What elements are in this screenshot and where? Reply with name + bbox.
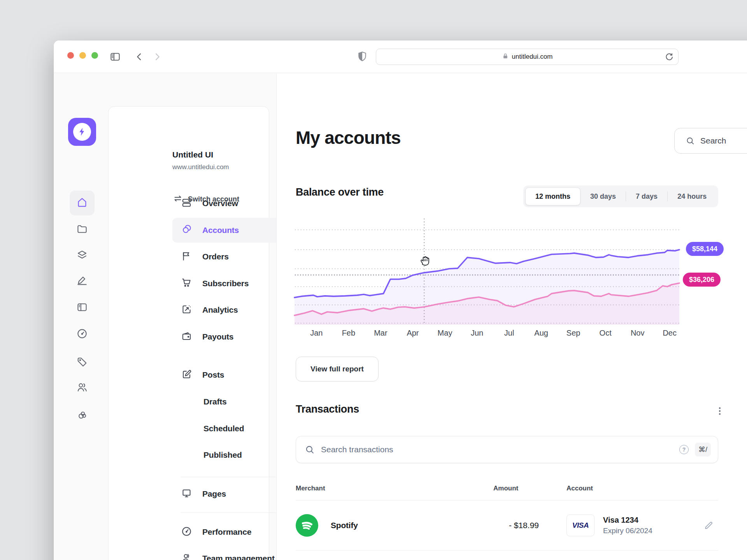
tag-icon [76,356,88,369]
accounts-icon [181,224,192,236]
search-icon [686,136,695,145]
transactions-table: MerchantAmountAccountSpotify- $18.99VISA… [296,476,718,560]
analytics-icon [181,304,192,317]
posts-icon [181,369,192,382]
grab-hand-cursor [417,254,432,269]
balance-over-time-heading: Balance over time [296,186,384,198]
sidebar-item-label: Analytics [202,305,238,315]
global-search-label: Search [700,136,726,145]
back-icon[interactable] [134,51,145,62]
transactions-search-input[interactable] [321,445,673,454]
rail-item-home[interactable] [70,191,95,215]
column-header-amount: Amount [490,485,539,492]
help-icon[interactable]: ? [679,445,689,454]
secondary-balance-value-pill: $36,206 [683,273,721,287]
layers-icon [76,249,88,262]
column-header-merchant: Merchant [296,485,490,492]
x-axis-label-dec: Dec [663,329,677,338]
x-axis-label-feb: Feb [342,329,355,338]
merchant-name: Spotify [331,521,358,530]
x-axis-label-apr: Apr [407,329,419,338]
rail-item-layout[interactable] [70,296,95,320]
home-icon [76,196,88,210]
x-axis-label-aug: Aug [534,329,548,338]
time-range-tabs: 12 months30 days7 days24 hours [523,186,718,207]
sidebar-item-label: Accounts [202,226,239,235]
rail-item-folder[interactable] [70,217,95,242]
tab-7-days[interactable]: 7 days [626,187,667,205]
table-row-spotify: Spotify- $18.99VISAVisa 1234Expiry 06/20… [296,500,718,551]
sidebar-toggle-icon[interactable] [109,51,121,63]
sidebar-item-label: Pages [202,489,287,499]
layout-icon [76,301,88,315]
sidebar-item-label: Posts [202,370,287,380]
view-full-report-button[interactable]: View full report [296,357,379,382]
url-bar[interactable]: untitledui.com [376,49,679,65]
tab-30-days[interactable]: 30 days [580,187,626,205]
team-icon [181,552,192,560]
account-domain: www.untitledui.com [172,163,229,171]
x-axis-label-nov: Nov [631,329,645,338]
x-axis-label-oct: Oct [600,329,612,338]
rail-item-circles[interactable] [70,404,95,429]
orders-icon [181,250,192,263]
rail-item-users[interactable] [70,376,95,401]
privacy-shield-icon[interactable] [356,51,368,62]
global-search-button[interactable]: Search [674,128,747,154]
overview-icon [181,197,192,210]
x-axis-label-may: May [438,329,452,338]
x-axis-label-jan: Jan [310,329,323,338]
sidebar-item-label: Payouts [202,332,233,341]
edit-card-button[interactable] [703,520,715,531]
keyboard-shortcut-badge: ⌘/ [695,443,711,457]
account-cell: VISAVisa 1234Expiry 06/2024 [566,514,700,536]
browser-toolbar: untitledui.com [54,40,747,73]
sidebar-item-label: Team management [202,554,275,560]
reload-icon[interactable] [664,52,674,64]
table-row-superhuman: Superhuman- $30.00VISAVisa 1234Expiry 06… [296,551,718,560]
rail-item-gauge[interactable] [70,322,95,347]
x-axis-label-sep: Sep [566,329,580,338]
page-title: My accounts [296,127,401,148]
table-header-row: MerchantAmountAccount [296,476,718,500]
payouts-icon [181,331,192,343]
rail-item-tag[interactable] [70,350,95,375]
folder-icon [76,223,88,236]
rail-item-layers[interactable] [70,243,95,268]
merchant-cell: Spotify [296,514,490,537]
transactions-search[interactable]: ? ⌘/ [296,436,718,463]
pages-icon [181,488,192,500]
close-window-button[interactable] [67,52,74,59]
app-shell: Untitled UI www.untitledui.com Switch ac… [54,74,747,560]
transactions-menu-button[interactable] [713,404,727,418]
tab-24-hours[interactable]: 24 hours [668,187,716,205]
amount-value: - $18.99 [490,521,539,530]
pen-icon [76,275,88,288]
x-axis-label-jul: Jul [504,329,514,338]
column-header-account: Account [566,485,700,492]
tab-12-months[interactable]: 12 months [525,187,580,205]
users-icon [76,382,88,395]
chart-plot [295,224,679,325]
subscribers-icon [181,277,192,290]
card-details: Visa 1234Expiry 06/2024 [603,516,652,535]
rail-item-pen[interactable] [70,269,95,294]
transactions-heading: Transactions [296,403,359,415]
visa-card-badge: VISA [566,514,594,536]
performance-icon [181,526,192,539]
dots-vertical-icon [715,406,725,416]
x-axis-label-jun: Jun [471,329,483,338]
sidebar-item-label: Orders [202,252,229,261]
sidebar-item-label: Performance [202,527,251,537]
card-expiry: Expiry 06/2024 [603,527,652,535]
x-axis-label-mar: Mar [374,329,387,338]
browser-window: untitledui.com Untitled UI www.untitledu… [54,40,747,560]
forward-icon[interactable] [152,51,163,62]
sidebar-panel: Untitled UI www.untitledui.com Switch ac… [108,106,269,560]
primary-balance-value-pill: $58,144 [686,242,724,256]
balance-chart[interactable]: JanFebMarAprMayJunJulAugSepOctNovDec$58,… [295,224,679,344]
zoom-window-button[interactable] [91,52,98,59]
minimize-window-button[interactable] [79,52,86,59]
search-icon [305,444,315,455]
spotify-logo [296,514,318,537]
